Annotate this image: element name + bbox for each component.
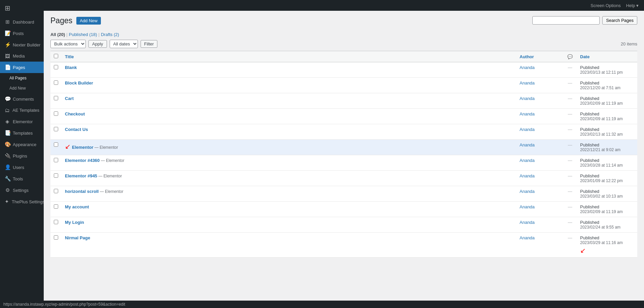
row-title-link[interactable]: Nirmal Page	[65, 235, 90, 240]
row-title: horizontal scroll — Elementor	[65, 189, 513, 194]
bulk-actions-select[interactable]: Bulk actions	[50, 40, 86, 48]
sidebar-item-add-new[interactable]: Add New	[0, 83, 44, 93]
row-author-link[interactable]: Ananda	[520, 96, 535, 101]
row-author-link[interactable]: Ananda	[520, 235, 535, 240]
row-author-link[interactable]: Ananda	[520, 80, 535, 85]
sidebar-item-posts[interactable]: 📝 Posts	[0, 28, 44, 39]
title-column-header[interactable]: Title	[62, 51, 516, 62]
sidebar-item-ae-templates[interactable]: 🗂 AE Templates	[0, 105, 44, 116]
row-checkbox[interactable]	[54, 204, 58, 209]
row-title-link[interactable]: Elementor #945	[65, 173, 97, 178]
sidebar-item-pages[interactable]: 📄 Pages	[0, 62, 44, 73]
sidebar-item-plugins[interactable]: 🔌 Plugins	[0, 150, 44, 162]
nexter-builder-icon: ⚡	[5, 42, 10, 48]
sidebar-item-users[interactable]: 👤 Users	[0, 162, 44, 173]
row-checkbox[interactable]	[54, 111, 58, 116]
row-author-link[interactable]: Ananda	[520, 127, 535, 132]
row-title-link[interactable]: Contact Us	[65, 127, 88, 132]
row-title-link[interactable]: Block Builder	[65, 80, 93, 85]
row-author-link[interactable]: Ananda	[520, 189, 535, 194]
sidebar-item-elementor[interactable]: ◈ Elementor	[0, 116, 44, 127]
row-comment-cell: —	[563, 155, 577, 171]
row-author-cell: Ananda	[516, 93, 563, 109]
row-title-link[interactable]: My account	[65, 204, 89, 209]
row-checkbox[interactable]	[54, 173, 58, 178]
sidebar-item-comments[interactable]: 💬 Comments	[0, 93, 44, 105]
row-checkbox[interactable]	[54, 127, 58, 131]
row-status: Published	[580, 127, 634, 132]
row-date-cell: Published2023/03/28 at 11:14 am	[577, 155, 637, 171]
row-title-link[interactable]: Cart	[65, 96, 74, 101]
row-checkbox[interactable]	[54, 80, 58, 85]
row-checkbox[interactable]	[54, 220, 58, 224]
sidebar-item-label: Appearance	[13, 142, 36, 147]
row-date: 2023/03/29 at 11:16 am	[580, 240, 634, 245]
sidebar-item-theplus-settings[interactable]: ✦ ThePlus Settings	[0, 196, 44, 207]
row-author-cell: Ananda	[516, 233, 563, 258]
select-all-checkbox[interactable]	[54, 54, 58, 58]
help-button[interactable]: Help ▾	[626, 3, 639, 8]
row-author-link[interactable]: Ananda	[520, 142, 535, 147]
filter-tab-published[interactable]: Published (18)	[69, 32, 97, 37]
search-pages-button[interactable]: Search Pages	[602, 16, 637, 25]
row-author-link[interactable]: Ananda	[520, 158, 535, 163]
filter-tab-drafts[interactable]: Drafts (2)	[101, 32, 119, 37]
table-row: ↙Elementor — ElementorEdit | Quick Edit …	[50, 140, 637, 155]
row-checkbox[interactable]	[54, 65, 58, 69]
filter-button[interactable]: Filter	[141, 40, 158, 48]
row-checkbox[interactable]	[54, 158, 58, 162]
row-checkbox[interactable]	[54, 189, 58, 193]
search-input[interactable]	[532, 16, 600, 25]
items-count: 20 items	[621, 41, 637, 46]
row-checkbox[interactable]	[54, 96, 58, 100]
row-comment-cell: —	[563, 171, 577, 186]
row-author-link[interactable]: Ananda	[520, 220, 535, 225]
row-author-cell: Ananda	[516, 78, 563, 93]
row-title-cell: CheckoutEdit | Quick Edit | Trash | View	[62, 109, 516, 124]
templates-icon: 📑	[5, 130, 10, 136]
row-title: My account	[65, 204, 513, 209]
comment-dash: —	[568, 204, 572, 209]
row-title: Block Builder	[65, 80, 513, 85]
date-filter-select[interactable]: All dates	[110, 40, 138, 48]
sidebar-logo[interactable]: ⊞	[0, 0, 44, 16]
row-author-link[interactable]: Ananda	[520, 173, 535, 178]
row-title-link[interactable]: My Login	[65, 220, 84, 225]
comment-dash: —	[568, 235, 572, 240]
row-author-link[interactable]: Ananda	[520, 204, 535, 209]
sidebar-item-dashboard[interactable]: ⊞ Dashboard	[0, 16, 44, 28]
row-checkbox[interactable]	[54, 142, 58, 147]
sidebar-item-label: ThePlus Settings	[12, 199, 45, 204]
row-checkbox[interactable]	[54, 235, 58, 240]
row-title-link[interactable]: Elementor	[72, 145, 93, 150]
row-title-link[interactable]: Checkout	[65, 111, 85, 116]
sidebar-item-all-pages[interactable]: All Pages	[0, 73, 44, 83]
sidebar-item-label: Users	[13, 165, 24, 170]
table-row: My LoginEdit | Quick Edit | Trash | View…	[50, 217, 637, 233]
row-title-link[interactable]: horizontal scroll	[65, 189, 99, 194]
filter-tab-all[interactable]: All (20)	[50, 32, 65, 37]
table-row: BlankEdit | Quick Edit | Trash | ViewAna…	[50, 62, 637, 78]
author-column-header[interactable]: Author	[516, 51, 563, 62]
row-author-link[interactable]: Ananda	[520, 111, 535, 116]
sidebar-item-nexter-builder[interactable]: ⚡ Nexter Builder	[0, 39, 44, 50]
row-title-link[interactable]: Elementor #4360	[65, 158, 100, 163]
date-column-header[interactable]: Date	[577, 51, 637, 62]
sidebar-item-appearance[interactable]: 🎨 Appearance	[0, 139, 44, 150]
sidebar-item-templates[interactable]: 📑 Templates	[0, 127, 44, 139]
row-title-link[interactable]: Blank	[65, 65, 77, 70]
row-subtitle: — Elementor	[99, 189, 123, 194]
row-checkbox-cell	[50, 155, 62, 171]
sidebar-item-settings[interactable]: ⚙ Settings	[0, 184, 44, 196]
row-title: Contact Us	[65, 127, 513, 132]
sidebar-item-label: AE Templates	[12, 108, 39, 113]
add-new-button[interactable]: Add New	[76, 17, 101, 25]
row-comment-cell: —	[563, 62, 577, 78]
pages-icon: 📄	[5, 64, 10, 70]
row-author-link[interactable]: Ananda	[520, 65, 535, 70]
sidebar-item-tools[interactable]: 🔧 Tools	[0, 173, 44, 184]
apply-button[interactable]: Apply	[88, 40, 107, 48]
sidebar-item-media[interactable]: 🖼 Media	[0, 50, 44, 62]
posts-icon: 📝	[5, 30, 10, 36]
screen-options-button[interactable]: Screen Options	[591, 3, 621, 8]
